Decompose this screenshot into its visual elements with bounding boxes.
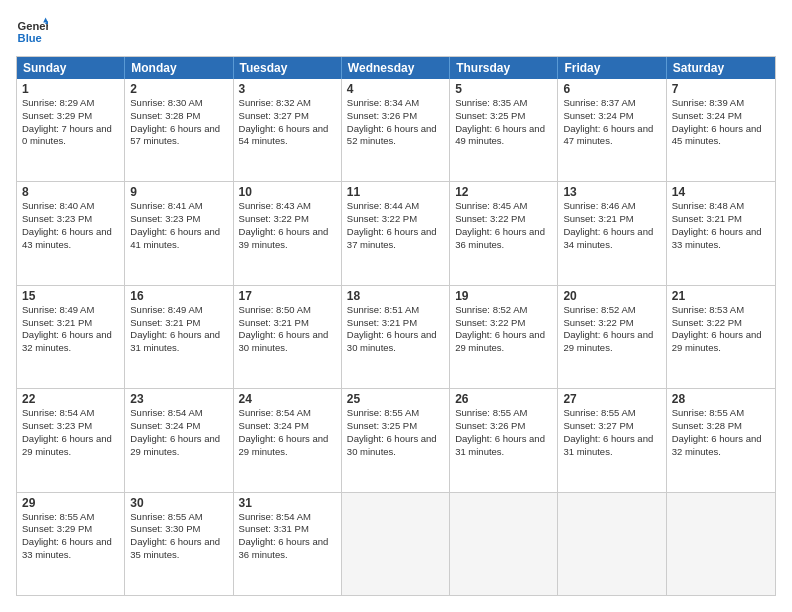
day-number: 5 xyxy=(455,82,552,96)
day-number: 7 xyxy=(672,82,770,96)
sunset-text: Sunset: 3:21 PM xyxy=(563,213,660,226)
calendar-day-31: 31Sunrise: 8:54 AMSunset: 3:31 PMDayligh… xyxy=(234,493,342,595)
calendar-empty-cell xyxy=(450,493,558,595)
daylight-text: Daylight: 6 hours and 47 minutes. xyxy=(563,123,660,149)
sunset-text: Sunset: 3:24 PM xyxy=(563,110,660,123)
daylight-text: Daylight: 6 hours and 31 minutes. xyxy=(130,329,227,355)
calendar-day-30: 30Sunrise: 8:55 AMSunset: 3:30 PMDayligh… xyxy=(125,493,233,595)
daylight-text: Daylight: 6 hours and 33 minutes. xyxy=(22,536,119,562)
sunset-text: Sunset: 3:22 PM xyxy=(455,317,552,330)
day-number: 8 xyxy=(22,185,119,199)
calendar-day-25: 25Sunrise: 8:55 AMSunset: 3:25 PMDayligh… xyxy=(342,389,450,491)
day-header-wednesday: Wednesday xyxy=(342,57,450,79)
sunset-text: Sunset: 3:21 PM xyxy=(347,317,444,330)
calendar-day-27: 27Sunrise: 8:55 AMSunset: 3:27 PMDayligh… xyxy=(558,389,666,491)
sunrise-text: Sunrise: 8:49 AM xyxy=(22,304,119,317)
sunrise-text: Sunrise: 8:50 AM xyxy=(239,304,336,317)
day-number: 19 xyxy=(455,289,552,303)
daylight-text: Daylight: 6 hours and 41 minutes. xyxy=(130,226,227,252)
day-header-friday: Friday xyxy=(558,57,666,79)
sunrise-text: Sunrise: 8:48 AM xyxy=(672,200,770,213)
daylight-text: Daylight: 6 hours and 36 minutes. xyxy=(455,226,552,252)
calendar-day-24: 24Sunrise: 8:54 AMSunset: 3:24 PMDayligh… xyxy=(234,389,342,491)
sunrise-text: Sunrise: 8:55 AM xyxy=(347,407,444,420)
daylight-text: Daylight: 7 hours and 0 minutes. xyxy=(22,123,119,149)
sunset-text: Sunset: 3:22 PM xyxy=(563,317,660,330)
calendar-day-1: 1Sunrise: 8:29 AMSunset: 3:29 PMDaylight… xyxy=(17,79,125,181)
calendar-day-21: 21Sunrise: 8:53 AMSunset: 3:22 PMDayligh… xyxy=(667,286,775,388)
calendar-day-4: 4Sunrise: 8:34 AMSunset: 3:26 PMDaylight… xyxy=(342,79,450,181)
logo-icon: General Blue xyxy=(16,16,48,48)
day-header-sunday: Sunday xyxy=(17,57,125,79)
day-number: 20 xyxy=(563,289,660,303)
calendar-week-4: 22Sunrise: 8:54 AMSunset: 3:23 PMDayligh… xyxy=(17,388,775,491)
day-header-thursday: Thursday xyxy=(450,57,558,79)
calendar-day-22: 22Sunrise: 8:54 AMSunset: 3:23 PMDayligh… xyxy=(17,389,125,491)
calendar-day-12: 12Sunrise: 8:45 AMSunset: 3:22 PMDayligh… xyxy=(450,182,558,284)
sunrise-text: Sunrise: 8:49 AM xyxy=(130,304,227,317)
sunset-text: Sunset: 3:22 PM xyxy=(672,317,770,330)
header: General Blue xyxy=(16,16,776,48)
calendar-day-20: 20Sunrise: 8:52 AMSunset: 3:22 PMDayligh… xyxy=(558,286,666,388)
sunrise-text: Sunrise: 8:52 AM xyxy=(455,304,552,317)
daylight-text: Daylight: 6 hours and 52 minutes. xyxy=(347,123,444,149)
sunset-text: Sunset: 3:21 PM xyxy=(672,213,770,226)
calendar-body: 1Sunrise: 8:29 AMSunset: 3:29 PMDaylight… xyxy=(17,79,775,595)
daylight-text: Daylight: 6 hours and 54 minutes. xyxy=(239,123,336,149)
daylight-text: Daylight: 6 hours and 32 minutes. xyxy=(672,433,770,459)
sunset-text: Sunset: 3:30 PM xyxy=(130,523,227,536)
sunrise-text: Sunrise: 8:43 AM xyxy=(239,200,336,213)
calendar-day-3: 3Sunrise: 8:32 AMSunset: 3:27 PMDaylight… xyxy=(234,79,342,181)
day-number: 16 xyxy=(130,289,227,303)
daylight-text: Daylight: 6 hours and 29 minutes. xyxy=(239,433,336,459)
daylight-text: Daylight: 6 hours and 30 minutes. xyxy=(239,329,336,355)
day-number: 3 xyxy=(239,82,336,96)
sunrise-text: Sunrise: 8:54 AM xyxy=(130,407,227,420)
daylight-text: Daylight: 6 hours and 45 minutes. xyxy=(672,123,770,149)
calendar-day-15: 15Sunrise: 8:49 AMSunset: 3:21 PMDayligh… xyxy=(17,286,125,388)
sunrise-text: Sunrise: 8:55 AM xyxy=(563,407,660,420)
sunset-text: Sunset: 3:31 PM xyxy=(239,523,336,536)
calendar-day-26: 26Sunrise: 8:55 AMSunset: 3:26 PMDayligh… xyxy=(450,389,558,491)
page: General Blue SundayMondayTuesdayWednesda… xyxy=(0,0,792,612)
sunset-text: Sunset: 3:26 PM xyxy=(455,420,552,433)
sunrise-text: Sunrise: 8:46 AM xyxy=(563,200,660,213)
calendar: SundayMondayTuesdayWednesdayThursdayFrid… xyxy=(16,56,776,596)
sunrise-text: Sunrise: 8:40 AM xyxy=(22,200,119,213)
calendar-day-5: 5Sunrise: 8:35 AMSunset: 3:25 PMDaylight… xyxy=(450,79,558,181)
sunrise-text: Sunrise: 8:37 AM xyxy=(563,97,660,110)
daylight-text: Daylight: 6 hours and 34 minutes. xyxy=(563,226,660,252)
daylight-text: Daylight: 6 hours and 37 minutes. xyxy=(347,226,444,252)
sunrise-text: Sunrise: 8:29 AM xyxy=(22,97,119,110)
sunset-text: Sunset: 3:29 PM xyxy=(22,523,119,536)
day-number: 18 xyxy=(347,289,444,303)
sunrise-text: Sunrise: 8:54 AM xyxy=(239,407,336,420)
day-number: 11 xyxy=(347,185,444,199)
calendar-day-7: 7Sunrise: 8:39 AMSunset: 3:24 PMDaylight… xyxy=(667,79,775,181)
sunrise-text: Sunrise: 8:35 AM xyxy=(455,97,552,110)
daylight-text: Daylight: 6 hours and 57 minutes. xyxy=(130,123,227,149)
day-header-tuesday: Tuesday xyxy=(234,57,342,79)
sunrise-text: Sunrise: 8:32 AM xyxy=(239,97,336,110)
calendar-week-1: 1Sunrise: 8:29 AMSunset: 3:29 PMDaylight… xyxy=(17,79,775,181)
sunset-text: Sunset: 3:21 PM xyxy=(22,317,119,330)
day-number: 6 xyxy=(563,82,660,96)
calendar-day-6: 6Sunrise: 8:37 AMSunset: 3:24 PMDaylight… xyxy=(558,79,666,181)
calendar-day-19: 19Sunrise: 8:52 AMSunset: 3:22 PMDayligh… xyxy=(450,286,558,388)
sunset-text: Sunset: 3:28 PM xyxy=(130,110,227,123)
calendar-day-28: 28Sunrise: 8:55 AMSunset: 3:28 PMDayligh… xyxy=(667,389,775,491)
daylight-text: Daylight: 6 hours and 35 minutes. xyxy=(130,536,227,562)
sunset-text: Sunset: 3:25 PM xyxy=(347,420,444,433)
svg-text:Blue: Blue xyxy=(18,32,42,44)
sunrise-text: Sunrise: 8:55 AM xyxy=(455,407,552,420)
daylight-text: Daylight: 6 hours and 30 minutes. xyxy=(347,433,444,459)
sunset-text: Sunset: 3:21 PM xyxy=(239,317,336,330)
day-number: 14 xyxy=(672,185,770,199)
day-number: 21 xyxy=(672,289,770,303)
day-number: 1 xyxy=(22,82,119,96)
sunrise-text: Sunrise: 8:34 AM xyxy=(347,97,444,110)
day-number: 4 xyxy=(347,82,444,96)
calendar-day-17: 17Sunrise: 8:50 AMSunset: 3:21 PMDayligh… xyxy=(234,286,342,388)
sunset-text: Sunset: 3:23 PM xyxy=(130,213,227,226)
calendar-empty-cell xyxy=(342,493,450,595)
